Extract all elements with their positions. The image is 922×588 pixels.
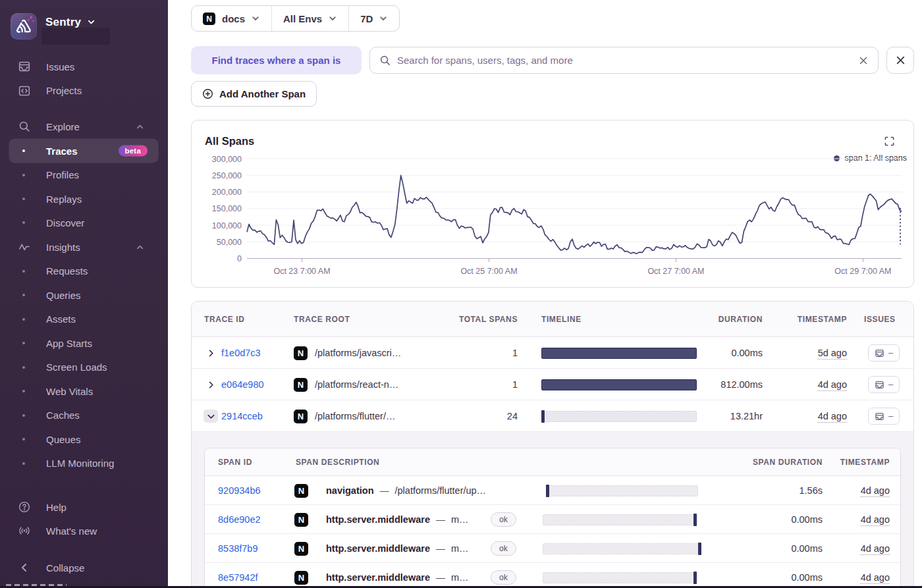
chevron-up-icon[interactable] bbox=[136, 122, 144, 131]
chevron-down-icon bbox=[251, 14, 260, 23]
span-op: http.server.middleware bbox=[326, 572, 430, 583]
span-id-link[interactable]: 8538f7b9 bbox=[218, 543, 258, 554]
sidebar-item-assets[interactable]: Assets bbox=[0, 307, 168, 331]
sentry-logo-icon bbox=[11, 13, 37, 40]
span-id-link[interactable]: 8d6e90e2 bbox=[218, 514, 261, 525]
span-column-header-span-id[interactable]: SPAN ID bbox=[218, 448, 290, 476]
nextjs-platform-icon: N bbox=[294, 378, 308, 392]
sidebar-item-label: Caches bbox=[46, 410, 80, 421]
sidebar-item-caches[interactable]: Caches bbox=[0, 404, 168, 427]
svg-text:Oct 29 7:00 AM: Oct 29 7:00 AM bbox=[834, 267, 891, 276]
dash-separator: — bbox=[436, 543, 445, 554]
svg-text:50,000: 50,000 bbox=[217, 238, 242, 247]
trace-id-link[interactable]: e064e980 bbox=[221, 379, 264, 390]
trace-timeline bbox=[541, 400, 697, 432]
sidebar-item-help[interactable]: Help bbox=[0, 495, 168, 519]
sidebar-item-profiles[interactable]: Profiles bbox=[0, 163, 168, 187]
sidebar-item-issues[interactable]: Issues bbox=[0, 55, 168, 78]
environment-filter[interactable]: All Envs bbox=[271, 6, 348, 31]
trace-issues-button[interactable]: – bbox=[868, 344, 900, 361]
column-header-trace-id[interactable]: TRACE ID bbox=[204, 302, 283, 337]
sidebar-item-replays[interactable]: Replays bbox=[0, 187, 168, 211]
sidebar-item-queues[interactable]: Queues bbox=[0, 427, 168, 451]
project-filter[interactable]: N docs bbox=[192, 6, 271, 31]
sidebar-item-insights[interactable]: Insights bbox=[0, 235, 168, 259]
trace-issues-button[interactable]: – bbox=[868, 376, 900, 393]
trace-timestamp[interactable]: 4d ago bbox=[818, 411, 847, 421]
trace-id-link[interactable]: f1e0d7c3 bbox=[221, 348, 261, 358]
sidebar-item-queries[interactable]: Queries bbox=[0, 283, 168, 307]
expand-trace-button[interactable] bbox=[203, 378, 218, 391]
span-column-header-timestamp[interactable]: TIMESTAMP bbox=[824, 448, 890, 476]
trace-timestamp[interactable]: 5d ago bbox=[818, 348, 847, 358]
collapse-trace-button[interactable] bbox=[203, 410, 218, 423]
insights-icon bbox=[18, 240, 31, 254]
sidebar-item-collapse[interactable]: Collapse bbox=[0, 556, 168, 579]
org-subtitle-placeholder bbox=[41, 28, 110, 45]
sidebar-item-discover[interactable]: Discover bbox=[0, 211, 168, 234]
expanded-trace-panel: SPAN IDSPAN DESCRIPTIONSPAN DURATIONTIME… bbox=[192, 432, 913, 588]
column-header-trace-root[interactable]: TRACE ROOT bbox=[294, 302, 425, 337]
sidebar-item-web-vitals[interactable]: Web Vitals bbox=[0, 379, 168, 403]
sidebar-item-llm-monitoring[interactable]: LLM Monitoring bbox=[0, 452, 168, 475]
total-spans: 1 bbox=[452, 369, 518, 400]
org-name: Sentry bbox=[45, 16, 81, 29]
chevron-down-icon bbox=[87, 18, 95, 26]
column-header-timeline[interactable]: TIMELINE bbox=[541, 302, 697, 337]
remove-span-query-button[interactable] bbox=[886, 47, 914, 74]
trace-timestamp[interactable]: 4d ago bbox=[818, 379, 847, 390]
span-description-cell: http.server.middleware—m…ok bbox=[326, 563, 537, 588]
span-search-input[interactable] bbox=[397, 55, 858, 66]
span-timestamp[interactable]: 4d ago bbox=[861, 485, 890, 496]
span-timeline bbox=[543, 534, 701, 563]
beta-badge: beta bbox=[119, 146, 148, 157]
span-timestamp[interactable]: 4d ago bbox=[861, 572, 890, 583]
sidebar-item-projects[interactable]: Projects bbox=[0, 79, 168, 103]
trace-duration: 13.21hr bbox=[677, 400, 763, 432]
span-op: navigation bbox=[326, 485, 374, 496]
bullet-icon bbox=[22, 174, 25, 176]
span-id-link[interactable]: 8e57942f bbox=[218, 572, 258, 583]
help-icon bbox=[18, 500, 31, 514]
span-timestamp[interactable]: 4d ago bbox=[861, 543, 890, 554]
span-column-header-span-description[interactable]: SPAN DESCRIPTION bbox=[296, 448, 493, 476]
clear-search-icon[interactable] bbox=[858, 55, 869, 66]
sidebar-item-label: Traces bbox=[46, 146, 78, 157]
column-header-timestamp[interactable]: TIMESTAMP bbox=[781, 302, 847, 337]
sidebar-item-label: Help bbox=[46, 502, 67, 513]
sidebar-item-label: Requests bbox=[46, 265, 88, 277]
trace-id-link[interactable]: 2914cceb bbox=[221, 411, 263, 421]
bullet-icon bbox=[22, 462, 25, 465]
sidebar-item-label: Insights bbox=[46, 242, 80, 253]
sidebar-item-traces[interactable]: Tracesbeta bbox=[0, 139, 168, 163]
svg-text:Oct 25 7:00 AM: Oct 25 7:00 AM bbox=[460, 267, 517, 276]
date-range-filter[interactable]: 7D bbox=[348, 6, 399, 31]
span-timeline-tick bbox=[693, 572, 697, 584]
sidebar-item-explore[interactable]: Explore bbox=[0, 115, 168, 138]
plus-circle-icon bbox=[202, 88, 213, 99]
span-description: m… bbox=[451, 514, 469, 525]
sidebar-item-label: Collapse bbox=[46, 562, 84, 574]
sidebar-item-requests[interactable]: Requests bbox=[0, 259, 168, 283]
span-description: m… bbox=[451, 543, 469, 554]
add-another-span-button[interactable]: Add Another Span bbox=[191, 81, 317, 107]
chevron-up-icon[interactable] bbox=[136, 243, 144, 252]
span-description: m… bbox=[451, 572, 469, 583]
span-id-link[interactable]: 920934b6 bbox=[218, 485, 261, 496]
trace-root: /platforms/javascri… bbox=[315, 337, 453, 369]
sidebar-item-label: Profiles bbox=[46, 169, 79, 180]
bullet-icon bbox=[22, 270, 25, 273]
column-header-issues[interactable]: ISSUES bbox=[864, 302, 904, 337]
trace-issues-button[interactable]: – bbox=[868, 408, 900, 425]
span-column-header-span-duration[interactable]: SPAN DURATION bbox=[724, 448, 823, 476]
span-timeline-tick bbox=[693, 514, 697, 526]
sidebar-item-whats-new[interactable]: What's new bbox=[0, 519, 168, 543]
column-header-total-spans[interactable]: TOTAL SPANS bbox=[452, 302, 518, 337]
sidebar-item-screen-loads[interactable]: Screen Loads bbox=[0, 356, 168, 379]
span-timestamp[interactable]: 4d ago bbox=[861, 514, 890, 525]
dash-separator: — bbox=[436, 572, 445, 583]
trace-timeline-bar bbox=[541, 379, 697, 390]
sidebar-item-app-starts[interactable]: App Starts bbox=[0, 331, 168, 355]
column-header-duration[interactable]: DURATION bbox=[677, 302, 763, 337]
expand-trace-button[interactable] bbox=[203, 346, 218, 360]
